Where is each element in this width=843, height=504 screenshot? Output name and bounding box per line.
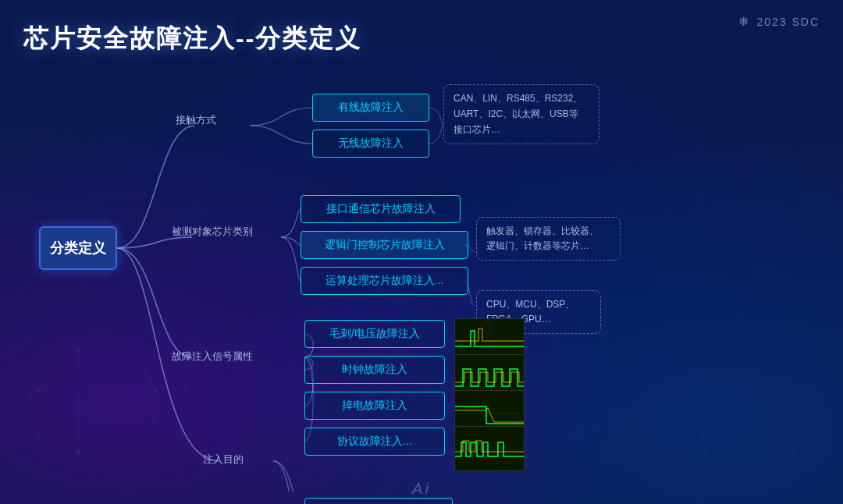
snowflake-icon: ❄ [738, 14, 750, 29]
box-compute: 运算处理芯片故障注入... [301, 267, 468, 295]
box-clock: 时钟故障注入 [304, 356, 445, 384]
annotation-contact: CAN、LIN、RS485、RS232、UART、I2C、以太网、USB等接口芯… [443, 84, 599, 144]
box-interface: 接口通信芯片故障注入 [301, 195, 461, 223]
box-protocol: 协议故障注入... [304, 428, 445, 456]
box-logic: 逻辑门控制芯片故障注入 [301, 231, 468, 259]
category-purpose: 注入目的 [203, 453, 244, 467]
box-power: 掉电故障注入 [304, 392, 445, 420]
box-wireless: 无线故障注入 [312, 130, 429, 158]
page-title: 芯片安全故障注入--分类定义 [23, 22, 361, 56]
scope-protocol [454, 426, 525, 471]
mindmap-container: 分类定义 接触方式 被测对象芯片类别 故障注入信号属性 注入目的 有线故障注入 … [16, 70, 827, 492]
category-target: 被测对象芯片类别 [172, 225, 253, 239]
logo-text: 2023 SDC [756, 16, 820, 28]
category-signal: 故障注入信号属性 [172, 350, 253, 364]
category-contact: 接触方式 [176, 113, 216, 127]
annotation-target-logic: 触发器、锁存器、比较器、逻辑门、计数器等芯片… [476, 217, 621, 261]
center-node: 分类定义 [39, 226, 117, 270]
logo-area: ❄ 2023 SDC [738, 14, 820, 29]
box-glitch: 毛刺/电压故障注入 [304, 320, 445, 348]
box-precise: 精准(相对)故障注入 [304, 498, 453, 504]
box-wired: 有线故障注入 [312, 94, 429, 122]
watermark-text: Ai [412, 480, 431, 498]
